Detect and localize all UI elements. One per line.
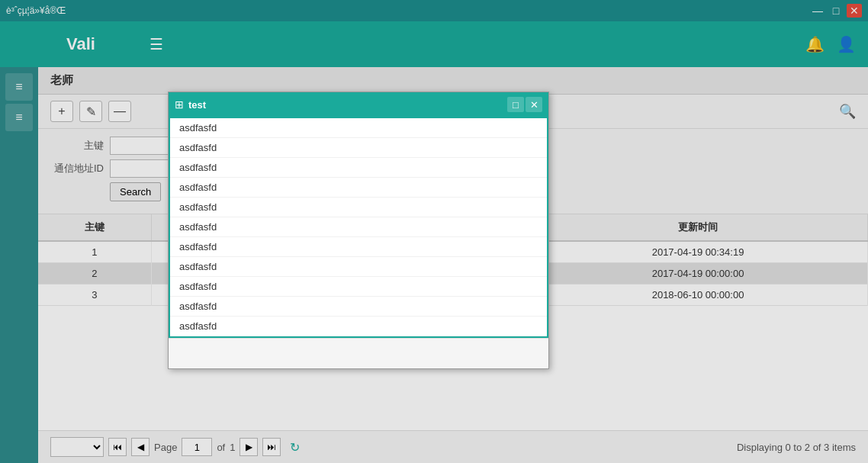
modal-title-text: test bbox=[188, 99, 506, 111]
modal-list-item[interactable]: asdfasfd bbox=[170, 237, 547, 257]
modal-list-item[interactable]: asdfasfd bbox=[170, 257, 547, 277]
modal-list-item[interactable]: asdfasfd bbox=[170, 297, 547, 317]
modal-list-item[interactable]: asdfasfd bbox=[170, 178, 547, 198]
modal-body: asdfasfdasdfasfdasdfasfdasdfasfdasdfasfd… bbox=[169, 117, 548, 338]
modal-close-button[interactable]: ✕ bbox=[526, 97, 542, 112]
modal-list-item[interactable]: asdfasfd bbox=[170, 198, 547, 217]
modal-title-bar: ⊞ test □ ✕ bbox=[169, 92, 548, 117]
modal-title-icon: ⊞ bbox=[175, 98, 184, 111]
modal-list-item[interactable]: asdfasfd bbox=[170, 277, 547, 297]
modal-overlay: ⊞ test □ ✕ asdfasfdasdfasfdasdfasfdasdfa… bbox=[0, 0, 868, 463]
modal-maximize-button[interactable]: □ bbox=[507, 97, 524, 112]
modal-list-item[interactable]: asdfasfd bbox=[170, 158, 547, 178]
modal-list-item[interactable]: asdfasfd bbox=[170, 138, 547, 158]
modal-list-item[interactable]: asdfasfd bbox=[170, 118, 547, 138]
modal-list-item[interactable]: asdfasfd bbox=[170, 217, 547, 237]
modal-footer bbox=[169, 338, 548, 368]
modal-list-item[interactable]: asdfasfd bbox=[170, 317, 547, 336]
modal-window: ⊞ test □ ✕ asdfasfdasdfasfdasdfasfdasdfa… bbox=[168, 92, 549, 369]
